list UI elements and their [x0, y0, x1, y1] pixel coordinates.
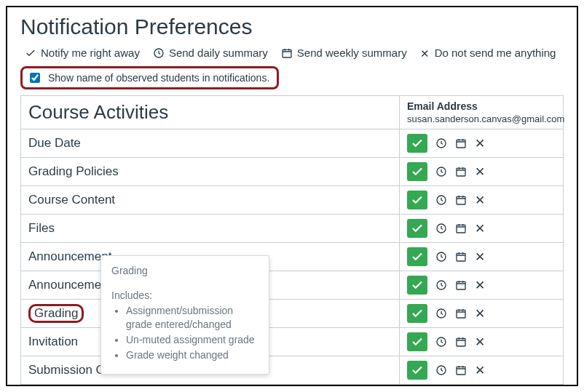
- notify-immediately-button[interactable]: [407, 191, 427, 209]
- notify-daily-button[interactable]: [435, 308, 447, 319]
- svg-rect-15: [457, 310, 465, 318]
- activity-name-cell: Grading Policies: [21, 158, 400, 186]
- channel-email: susan.sanderson.canvas@gmail.com: [407, 113, 556, 124]
- notify-immediately-button[interactable]: [407, 134, 427, 153]
- notify-daily-button[interactable]: [435, 251, 447, 263]
- svg-rect-5: [457, 168, 465, 176]
- legend-label: Notify me right away: [41, 47, 140, 59]
- activity-name-cell: Due Date: [21, 129, 400, 158]
- svg-rect-11: [457, 253, 465, 261]
- channel-header: Email Address susan.sanderson.canvas@gma…: [400, 96, 564, 129]
- calendar-icon: [281, 47, 293, 59]
- tooltip-list: Assignment/submission grade entered/chan…: [111, 304, 259, 362]
- notify-weekly-button[interactable]: [455, 308, 467, 319]
- notify-immediately-button[interactable]: [407, 247, 427, 266]
- legend-label: Send weekly summary: [297, 47, 407, 59]
- table-row: Due Date✕: [21, 129, 564, 158]
- svg-rect-19: [457, 367, 465, 375]
- activity-label: Grading Policies: [28, 164, 119, 178]
- activity-name-cell: Files: [21, 215, 400, 243]
- notify-immediately-button[interactable]: [407, 332, 427, 351]
- activity-name-cell: Course Content: [21, 186, 400, 215]
- legend-weekly: Send weekly summary: [281, 47, 407, 59]
- activity-label: Files: [28, 221, 55, 235]
- legend-never: ✕ Do not send me anything: [420, 47, 556, 59]
- controls-cell: ✕: [400, 186, 564, 215]
- notify-never-button[interactable]: ✕: [475, 194, 485, 207]
- legend-immediately: Notify me right away: [25, 47, 140, 59]
- controls-cell: ✕: [400, 271, 564, 300]
- notify-daily-button[interactable]: [435, 223, 447, 234]
- tooltip-title: Grading: [111, 265, 259, 276]
- controls-cell: ✕: [400, 129, 564, 158]
- controls-cell: ✕: [400, 158, 564, 186]
- tooltip-item: Un-muted assignment grade: [126, 333, 259, 347]
- table-row: Course Content✕: [21, 186, 564, 215]
- activity-label: Grading: [28, 304, 84, 323]
- tooltip-item: Grade weight changed: [126, 348, 259, 362]
- activities-header: Course Activities: [21, 96, 400, 129]
- notify-immediately-button[interactable]: [407, 304, 427, 323]
- notify-never-button[interactable]: ✕: [475, 223, 485, 235]
- notify-daily-button[interactable]: [435, 336, 447, 348]
- notify-immediately-button[interactable]: [407, 162, 427, 181]
- clock-icon: [153, 47, 165, 59]
- notify-immediately-button[interactable]: [407, 219, 427, 238]
- observed-students-label: Show name of observed students in notifi…: [48, 72, 269, 84]
- app-frame: Notification Preferences Notify me right…: [6, 6, 578, 386]
- table-row: Files✕: [21, 215, 564, 243]
- legend-label: Send daily summary: [169, 47, 268, 59]
- notify-never-button[interactable]: ✕: [475, 166, 485, 178]
- controls-cell: ✕: [400, 328, 564, 356]
- notify-weekly-button[interactable]: [455, 364, 467, 376]
- notify-weekly-button[interactable]: [455, 223, 467, 234]
- notify-weekly-button[interactable]: [455, 137, 467, 149]
- notify-never-button[interactable]: ✕: [475, 137, 485, 150]
- tooltip-includes-label: Includes:: [111, 289, 259, 301]
- x-icon: ✕: [420, 48, 430, 58]
- notify-daily-button[interactable]: [435, 166, 447, 177]
- svg-rect-3: [457, 140, 465, 148]
- notify-never-button[interactable]: ✕: [475, 336, 485, 348]
- svg-rect-7: [457, 196, 465, 204]
- controls-cell: ✕: [400, 243, 564, 271]
- activity-label: Course Content: [28, 193, 115, 207]
- legend-label: Do not send me anything: [435, 47, 556, 59]
- channel-title: Email Address: [407, 100, 478, 112]
- observed-students-highlight: Show name of observed students in notifi…: [20, 66, 279, 89]
- table-row: Grading Policies✕: [21, 158, 564, 186]
- notify-immediately-button[interactable]: [407, 361, 427, 380]
- notify-never-button[interactable]: ✕: [475, 251, 485, 263]
- legend-row: Notify me right away Send daily summary …: [20, 47, 564, 59]
- notify-weekly-button[interactable]: [455, 166, 467, 177]
- notify-weekly-button[interactable]: [455, 336, 467, 348]
- notify-never-button[interactable]: ✕: [475, 279, 485, 292]
- controls-cell: ✕: [400, 300, 564, 328]
- observed-students-checkbox[interactable]: [30, 73, 40, 83]
- svg-rect-17: [457, 338, 465, 346]
- check-icon: [25, 47, 36, 59]
- activity-label: Announcement: [28, 249, 111, 263]
- svg-rect-1: [283, 49, 291, 57]
- notify-daily-button[interactable]: [435, 137, 447, 149]
- svg-rect-13: [457, 281, 465, 289]
- svg-rect-9: [457, 225, 465, 233]
- notify-daily-button[interactable]: [435, 364, 447, 376]
- grading-tooltip: Grading Includes: Assignment/submission …: [100, 255, 269, 375]
- activity-label: Due Date: [28, 136, 81, 150]
- page-title: Notification Preferences: [20, 15, 564, 39]
- notify-weekly-button[interactable]: [455, 251, 467, 263]
- notify-weekly-button[interactable]: [455, 194, 467, 206]
- activity-label: Invitation: [28, 335, 78, 348]
- notify-never-button[interactable]: ✕: [475, 364, 485, 377]
- controls-cell: ✕: [400, 356, 564, 385]
- tooltip-item: Assignment/submission grade entered/chan…: [126, 304, 259, 332]
- notify-immediately-button[interactable]: [407, 276, 427, 295]
- notify-daily-button[interactable]: [435, 194, 447, 206]
- legend-daily: Send daily summary: [153, 47, 268, 59]
- notify-weekly-button[interactable]: [455, 279, 467, 291]
- controls-cell: ✕: [400, 215, 564, 243]
- notify-daily-button[interactable]: [435, 279, 447, 291]
- notify-never-button[interactable]: ✕: [475, 308, 485, 320]
